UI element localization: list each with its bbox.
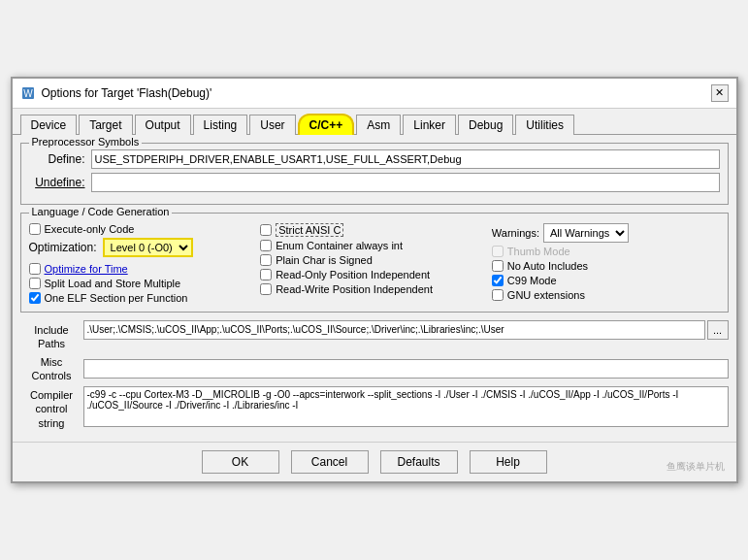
strict-ansi-c-checkbox[interactable] [260,224,272,236]
tabs-row: Device Target Output Listing User C/C++ … [13,109,736,135]
optimization-select[interactable]: Level 0 (-O0) [103,238,193,257]
thumb-mode-label: Thumb Mode [507,246,570,257]
plain-char-checkbox[interactable] [260,254,272,266]
language-group: Language / Code Generation Execute-only … [20,213,729,313]
include-paths-browse-button[interactable]: ... [707,320,729,340]
dialog-title: Options for Target 'Flash(Debug)' [42,86,212,100]
gnu-extensions-checkbox[interactable] [492,289,504,301]
tab-output[interactable]: Output [135,115,191,135]
define-input[interactable] [91,149,720,169]
preprocessor-group: Preprocessor Symbols Define: Undefine: [20,143,729,205]
strict-ansi-c-label: Strict ANSI C [276,223,343,237]
split-load-store-label: Split Load and Store Multiple [45,278,181,289]
include-paths-row: IncludePaths ... [20,320,729,351]
tab-debug[interactable]: Debug [458,115,513,135]
warnings-row: Warnings: All Warnings [492,223,720,243]
tab-cpp[interactable]: C/C++ [298,114,355,135]
undefine-row: Undefine: [29,173,720,192]
read-write-pos-item: Read-Write Position Independent [260,283,488,295]
one-elf-section-label: One ELF Section per Function [45,292,188,304]
define-row: Define: [29,149,720,169]
bottom-bar: OK Cancel Defaults Help 鱼鹰谈单片机 [13,442,736,481]
misc-controls-input[interactable] [83,359,729,379]
c99-mode-item: C99 Mode [492,275,720,286]
optimize-for-time-checkbox[interactable] [29,263,41,275]
misc-controls-label: MiscControls [20,355,83,383]
compiler-control-row: Compilercontrolstring -c99 -c --cpu Cort… [20,386,729,430]
no-auto-includes-item: No Auto Includes [492,260,720,272]
optimize-for-time-label: Optimize for Time [45,263,128,275]
no-auto-includes-label: No Auto Includes [507,260,588,272]
tab-utilities[interactable]: Utilities [515,115,574,135]
compiler-control-label: Compilercontrolstring [20,386,83,430]
plain-char-label: Plain Char is Signed [276,254,373,266]
split-load-store-item: Split Load and Store Multiple [29,278,257,289]
c99-mode-checkbox[interactable] [492,275,504,286]
read-only-pos-item: Read-Only Position Independent [260,269,488,280]
tab-target[interactable]: Target [79,115,132,135]
compiler-control-textarea[interactable]: -c99 -c --cpu Cortex-M3 -D__MICROLIB -g … [83,386,729,427]
enum-container-item: Enum Container always int [260,240,488,251]
strict-ansi-c-item: Strict ANSI C [260,223,488,237]
cancel-button[interactable]: Cancel [291,450,369,474]
enum-container-checkbox[interactable] [260,240,272,251]
content-area: Preprocessor Symbols Define: Undefine: L… [13,135,736,442]
no-auto-includes-checkbox[interactable] [492,260,504,272]
preprocessor-group-label: Preprocessor Symbols [29,136,143,148]
ok-button[interactable]: OK [202,450,279,474]
warnings-select[interactable]: All Warnings [543,223,629,243]
c99-mode-label: C99 Mode [507,275,557,286]
plain-char-item: Plain Char is Signed [260,254,488,266]
dialog-icon: W [20,85,36,101]
gnu-extensions-label: GNU extensions [507,289,585,301]
optimization-row: Optimization: Level 0 (-O0) [29,238,257,257]
tab-asm[interactable]: Asm [356,115,401,135]
dialog: W Options for Target 'Flash(Debug)' ✕ De… [11,77,738,483]
read-only-pos-checkbox[interactable] [260,269,272,280]
read-write-pos-label: Read-Write Position Independent [276,283,433,295]
undefine-label: Undefine: [29,176,85,189]
tab-device[interactable]: Device [20,115,78,135]
split-load-store-checkbox[interactable] [29,278,41,289]
help-button[interactable]: Help [470,450,547,474]
read-only-pos-label: Read-Only Position Independent [276,269,430,280]
one-elf-section-item: One ELF Section per Function [29,292,257,304]
title-bar: W Options for Target 'Flash(Debug)' ✕ [13,79,736,109]
optimize-for-time-item: Optimize for Time [29,263,257,275]
include-paths-input[interactable] [83,320,705,340]
misc-controls-row: MiscControls [20,355,729,383]
tab-user[interactable]: User [249,115,295,135]
include-paths-label: IncludePaths [20,320,83,351]
svg-text:W: W [23,88,33,99]
thumb-mode-checkbox[interactable] [492,246,504,257]
close-button[interactable]: ✕ [711,84,729,102]
warnings-label: Warnings: [492,227,539,239]
execute-only-code-label: Execute-only Code [45,223,135,235]
gnu-extensions-item: GNU extensions [492,289,720,301]
read-write-pos-checkbox[interactable] [260,283,272,295]
tab-linker[interactable]: Linker [403,115,456,135]
optimization-label: Optimization: [29,241,97,254]
tab-listing[interactable]: Listing [193,115,248,135]
undefine-input[interactable] [91,173,720,192]
one-elf-section-checkbox[interactable] [29,292,41,304]
thumb-mode-item: Thumb Mode [492,246,720,257]
execute-only-code-checkbox[interactable] [29,223,41,235]
execute-only-code-item: Execute-only Code [29,223,257,235]
enum-container-label: Enum Container always int [276,240,403,251]
define-label: Define: [29,152,85,166]
watermark: 鱼鹰谈单片机 [667,460,725,474]
defaults-button[interactable]: Defaults [380,450,458,474]
language-group-label: Language / Code Generation [29,206,173,217]
